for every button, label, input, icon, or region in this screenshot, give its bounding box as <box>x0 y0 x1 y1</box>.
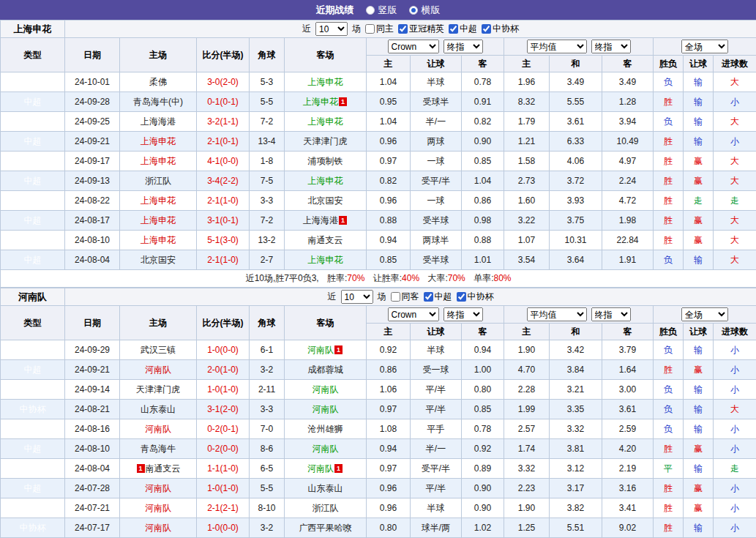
score-link[interactable]: 3-2(1-1) <box>207 116 239 127</box>
avg-source-select[interactable]: 平均值 <box>527 307 587 321</box>
avg-source-select[interactable]: 平均值 <box>527 40 587 53</box>
checkbox-input[interactable] <box>449 24 458 34</box>
away-team-link[interactable]: 上海申花 <box>303 97 338 107</box>
away-team-link[interactable]: 广西平果哈嘹 <box>299 523 352 533</box>
score-link[interactable]: 2-1(1-0) <box>207 195 239 206</box>
checkbox-input[interactable] <box>391 292 400 302</box>
away-team-link[interactable]: 浦项制铁 <box>308 156 343 166</box>
score-link[interactable]: 4-1(0-0) <box>207 156 239 166</box>
match-date: 24-09-28 <box>65 92 120 112</box>
home-team-link[interactable]: 上海申花 <box>141 156 176 166</box>
recent-count-select[interactable]: 10 <box>341 290 373 304</box>
away-team-link[interactable]: 南通支云 <box>308 235 343 245</box>
score-link[interactable]: 2-1(2-1) <box>207 503 239 513</box>
odds-source-select[interactable]: Crown <box>388 307 439 321</box>
filter-checkbox-2[interactable]: 中超 <box>449 23 477 35</box>
home-team-link[interactable]: 河南队 <box>145 503 171 513</box>
score-link[interactable]: 1-0(0-0) <box>207 345 239 355</box>
score-link[interactable]: 3-1(2-0) <box>207 404 239 414</box>
away-team-link[interactable]: 河南队 <box>312 384 339 395</box>
home-team-cell: 天津津门虎 <box>120 380 197 400</box>
league-type-cell: 中超 <box>1 498 65 518</box>
away-team-link[interactable]: 上海申花 <box>308 255 343 265</box>
score-link[interactable]: 0-2(0-1) <box>207 424 239 434</box>
score-link[interactable]: 5-1(3-0) <box>207 235 239 245</box>
avg-stage-select[interactable]: 终指 <box>591 307 631 321</box>
home-team-link[interactable]: 河南队 <box>145 483 171 493</box>
result-goals: 小 <box>714 419 756 439</box>
away-team-link[interactable]: 河南队 <box>307 345 334 355</box>
odds-stage-select[interactable]: 终指 <box>444 307 483 321</box>
home-team-link[interactable]: 天津津门虎 <box>136 384 180 395</box>
score-link[interactable]: 2-1(0-1) <box>207 136 239 146</box>
checkbox-input[interactable] <box>424 292 433 302</box>
checkbox-input[interactable] <box>482 24 491 34</box>
away-team-link[interactable]: 河南队 <box>307 463 334 474</box>
home-team-link[interactable]: 北京国安 <box>141 255 176 265</box>
away-team-link[interactable]: 上海申花 <box>308 116 343 127</box>
home-team-link[interactable]: 山东泰山 <box>141 404 176 414</box>
filter-checkbox-2[interactable]: 中协杯 <box>457 291 494 303</box>
away-team-link[interactable]: 浙江队 <box>312 503 339 513</box>
score-link[interactable]: 3-4(2-2) <box>207 176 239 186</box>
view-mode-radio-selected[interactable]: 横版 <box>409 4 441 17</box>
result-win-loss: 负 <box>654 250 684 270</box>
home-team-link[interactable]: 青岛海牛(中) <box>133 97 183 107</box>
home-team-link[interactable]: 上海申花 <box>141 215 176 225</box>
checkbox-input[interactable] <box>457 292 466 302</box>
scope-select[interactable]: 全场 <box>681 40 728 53</box>
home-team-link[interactable]: 武汉三镇 <box>141 345 176 355</box>
home-team-link[interactable]: 上海申花 <box>141 195 176 206</box>
away-team-link[interactable]: 沧州雄狮 <box>308 424 343 434</box>
score-link[interactable]: 1-1(1-0) <box>207 463 239 474</box>
score-link[interactable]: 2-1(1-0) <box>207 255 239 265</box>
away-team-link[interactable]: 河南队 <box>312 404 339 414</box>
home-team-link[interactable]: 浙江队 <box>145 176 171 186</box>
score-link[interactable]: 0-1(0-1) <box>207 97 239 107</box>
odds-stage-select[interactable]: 终指 <box>444 40 483 53</box>
away-team-link[interactable]: 山东泰山 <box>308 483 343 493</box>
column-header-4: 角球 <box>250 38 285 72</box>
away-team-link[interactable]: 天津津门虎 <box>304 136 348 146</box>
odds-source-select[interactable]: Crown <box>388 40 439 53</box>
home-team-link[interactable]: 河南队 <box>145 424 171 434</box>
score-link[interactable]: 1-0(1-0) <box>207 384 239 395</box>
away-team-cell: 上海申花 <box>285 72 367 92</box>
score-link[interactable]: 3-0(2-0) <box>207 77 239 87</box>
filter-checkbox-1[interactable]: 中超 <box>424 291 452 303</box>
result-win-loss: 负 <box>654 419 684 439</box>
result-win-loss: 胜 <box>654 518 684 538</box>
away-team-link[interactable]: 上海海港 <box>303 215 338 225</box>
recent-count-select[interactable]: 10 <box>315 22 348 36</box>
result-handicap: 输 <box>684 380 714 400</box>
home-team-link[interactable]: 上海申花 <box>141 136 176 146</box>
filter-checkbox-0[interactable]: 同主 <box>365 23 394 35</box>
away-team-link[interactable]: 成都蓉城 <box>308 365 343 375</box>
avg-stage-select[interactable]: 终指 <box>591 40 631 53</box>
away-team-link[interactable]: 河南队 <box>312 444 339 454</box>
team-sections-container: 上海申花近10场同主亚冠精英中超中协杯类型日期主场比分(半场)角球客场Crown… <box>0 20 756 538</box>
away-team-link[interactable]: 上海申花 <box>308 77 343 87</box>
home-team-link[interactable]: 上海海港 <box>141 116 176 127</box>
checkbox-input[interactable] <box>365 24 375 34</box>
filter-checkbox-1[interactable]: 亚冠精英 <box>398 23 444 35</box>
home-team-link[interactable]: 青岛海牛 <box>141 444 176 454</box>
view-mode-radio-unselected[interactable]: 竖版 <box>366 4 397 17</box>
filter-checkbox-3[interactable]: 中协杯 <box>482 23 519 35</box>
checkbox-input[interactable] <box>398 24 408 34</box>
score-link[interactable]: 0-2(0-0) <box>207 444 239 454</box>
filter-checkbox-0[interactable]: 同客 <box>391 291 419 303</box>
away-team-link[interactable]: 上海申花 <box>308 176 343 186</box>
home-team-link[interactable]: 河南队 <box>145 365 171 375</box>
score-link[interactable]: 1-0(1-0) <box>207 483 239 493</box>
home-team-link[interactable]: 上海申花 <box>141 235 176 245</box>
score-link[interactable]: 2-0(1-0) <box>207 365 239 375</box>
score-link[interactable]: 3-1(0-1) <box>207 215 239 225</box>
red-card-badge: 1 <box>339 97 347 106</box>
away-team-link[interactable]: 北京国安 <box>308 195 343 206</box>
home-team-link[interactable]: 南通支云 <box>146 463 181 474</box>
score-link[interactable]: 1-0(0-0) <box>207 523 239 533</box>
home-team-link[interactable]: 河南队 <box>145 523 171 533</box>
scope-select[interactable]: 全场 <box>681 307 728 321</box>
home-team-link[interactable]: 柔佛 <box>149 77 167 87</box>
